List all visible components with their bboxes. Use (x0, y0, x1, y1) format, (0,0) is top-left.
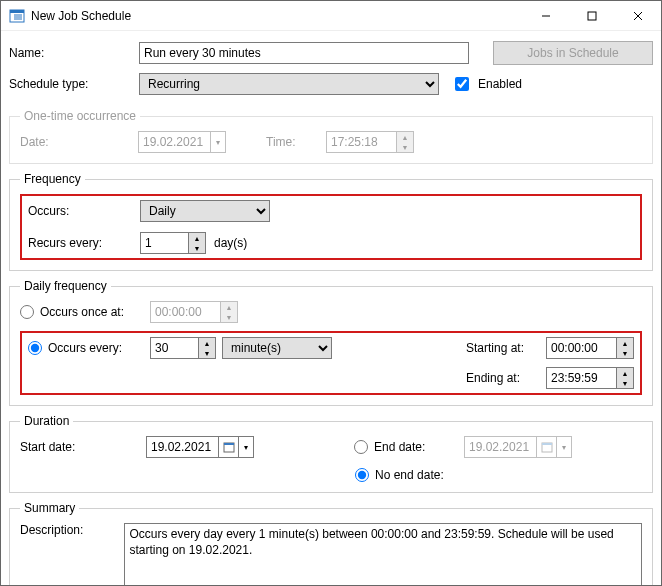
onetime-time-spinner: ▲▼ (326, 131, 414, 153)
jobs-in-schedule-button[interactable]: Jobs in Schedule (493, 41, 653, 65)
end-date-label: End date: (374, 440, 425, 454)
frequency-group: Frequency Occurs: Daily Recurs every: ▲▼… (9, 172, 653, 271)
duration-group: Duration Start date: ▾ End date: ▾ (9, 414, 653, 493)
summary-legend: Summary (20, 501, 79, 515)
occurs-every-label: Occurs every: (48, 341, 122, 355)
no-end-date-radio[interactable] (355, 468, 369, 482)
recurs-every-label: Recurs every: (28, 236, 140, 250)
start-date-picker[interactable]: ▾ (146, 436, 254, 458)
starting-at-label: Starting at: (466, 341, 546, 355)
no-end-date-label: No end date: (375, 468, 444, 482)
chevron-down-icon: ▾ (210, 131, 226, 153)
svg-rect-1 (10, 10, 24, 13)
window-title: New Job Schedule (31, 9, 523, 23)
svg-rect-12 (542, 443, 552, 445)
occurs-every-unit-select[interactable]: minute(s) (222, 337, 332, 359)
end-date-picker: ▾ (464, 436, 572, 458)
occurs-every-highlight: Occurs every: ▲▼ minute(s) Starting at: … (20, 331, 642, 395)
onetime-date-label: Date: (20, 135, 138, 149)
onetime-date-picker: ▾ (138, 131, 226, 153)
frequency-legend: Frequency (20, 172, 85, 186)
ending-at-spinner[interactable]: ▲▼ (546, 367, 634, 389)
enabled-checkbox[interactable] (455, 77, 469, 91)
onetime-time-label: Time: (266, 135, 326, 149)
start-date-label: Start date: (20, 440, 146, 454)
description-label: Description: (20, 523, 124, 537)
duration-legend: Duration (20, 414, 73, 428)
occurs-once-time-spinner: ▲▼ (150, 301, 238, 323)
onetime-group: One-time occurrence Date: ▾ Time: ▲▼ (9, 109, 653, 164)
description-textarea[interactable]: Occurs every day every 1 minute(s) betwe… (124, 523, 642, 586)
days-unit-label: day(s) (214, 236, 247, 250)
end-date-radio[interactable] (354, 440, 368, 454)
name-input[interactable] (139, 42, 469, 64)
occurs-every-radio[interactable] (28, 341, 42, 355)
svg-rect-10 (224, 443, 234, 445)
titlebar: New Job Schedule (1, 1, 661, 31)
starting-at-spinner[interactable]: ▲▼ (546, 337, 634, 359)
onetime-legend: One-time occurrence (20, 109, 140, 123)
schedule-type-select[interactable]: Recurring (139, 73, 439, 95)
occurs-label: Occurs: (28, 204, 140, 218)
calendar-icon[interactable] (218, 436, 238, 458)
name-label: Name: (9, 46, 139, 60)
app-icon (9, 8, 25, 24)
occurs-every-spinner[interactable]: ▲▼ (150, 337, 216, 359)
enabled-checkbox-wrap: Enabled (451, 74, 522, 94)
occurs-once-radio[interactable] (20, 305, 34, 319)
close-button[interactable] (615, 1, 661, 31)
chevron-down-icon[interactable]: ▾ (238, 436, 254, 458)
daily-frequency-group: Daily frequency Occurs once at: ▲▼ Occur… (9, 279, 653, 406)
occurs-select[interactable]: Daily (140, 200, 270, 222)
spinner-up-icon[interactable]: ▲ (189, 233, 205, 243)
summary-group: Summary Description: Occurs every day ev… (9, 501, 653, 586)
spinner-down-icon[interactable]: ▼ (189, 243, 205, 253)
minimize-button[interactable] (523, 1, 569, 31)
calendar-icon (536, 436, 556, 458)
ending-at-label: Ending at: (466, 371, 546, 385)
svg-rect-6 (588, 12, 596, 20)
recurs-every-spinner[interactable]: ▲▼ (140, 232, 206, 254)
schedule-type-label: Schedule type: (9, 77, 139, 91)
chevron-down-icon: ▾ (556, 436, 572, 458)
occurs-once-label: Occurs once at: (40, 305, 124, 319)
enabled-label: Enabled (478, 77, 522, 91)
maximize-button[interactable] (569, 1, 615, 31)
frequency-highlight: Occurs: Daily Recurs every: ▲▼ day(s) (20, 194, 642, 260)
daily-frequency-legend: Daily frequency (20, 279, 111, 293)
